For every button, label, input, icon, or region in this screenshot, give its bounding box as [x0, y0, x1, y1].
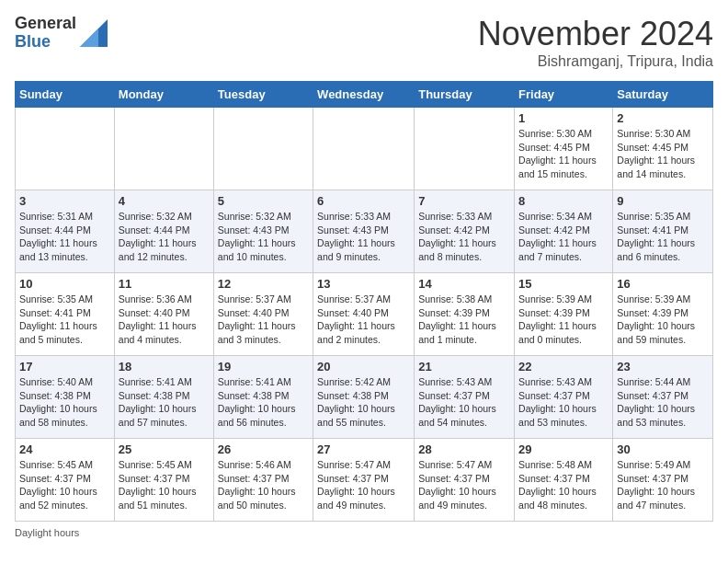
day-info: Sunrise: 5:47 AM Sunset: 4:37 PM Dayligh…: [418, 458, 510, 512]
calendar-cell: 4Sunrise: 5:32 AM Sunset: 4:44 PM Daylig…: [114, 190, 213, 273]
day-info: Sunrise: 5:35 AM Sunset: 4:41 PM Dayligh…: [617, 210, 709, 264]
day-number: 30: [617, 442, 709, 456]
header-saturday: Saturday: [613, 82, 713, 108]
calendar-cell: 29Sunrise: 5:48 AM Sunset: 4:37 PM Dayli…: [515, 439, 613, 522]
day-info: Sunrise: 5:40 AM Sunset: 4:38 PM Dayligh…: [19, 375, 110, 430]
day-info: Sunrise: 5:42 AM Sunset: 4:38 PM Dayligh…: [317, 375, 410, 430]
calendar-week-row: 1Sunrise: 5:30 AM Sunset: 4:45 PM Daylig…: [16, 108, 713, 190]
day-info: Sunrise: 5:35 AM Sunset: 4:41 PM Dayligh…: [19, 293, 110, 347]
day-number: 10: [19, 277, 110, 291]
month-title: November 2024: [478, 15, 713, 53]
calendar-cell: [415, 108, 515, 190]
day-number: 17: [19, 360, 110, 373]
header-monday: Monday: [114, 82, 213, 108]
day-info: Sunrise: 5:48 AM Sunset: 4:37 PM Dayligh…: [518, 458, 609, 512]
day-number: 6: [317, 194, 410, 208]
header-friday: Friday: [515, 82, 613, 108]
location-title: Bishramganj, Tripura, India: [478, 53, 713, 70]
calendar-cell: 23Sunrise: 5:44 AM Sunset: 4:37 PM Dayli…: [613, 356, 713, 439]
day-number: 3: [19, 194, 110, 208]
day-number: 9: [617, 194, 709, 208]
day-number: 25: [119, 442, 210, 456]
day-number: 26: [218, 442, 309, 456]
day-info: Sunrise: 5:33 AM Sunset: 4:42 PM Dayligh…: [418, 210, 510, 264]
day-info: Sunrise: 5:47 AM Sunset: 4:37 PM Dayligh…: [317, 458, 410, 512]
day-number: 4: [119, 194, 210, 208]
calendar-cell: [313, 108, 415, 190]
calendar-cell: 13Sunrise: 5:37 AM Sunset: 4:40 PM Dayli…: [313, 273, 415, 356]
calendar-cell: [213, 108, 313, 190]
day-number: 20: [317, 360, 410, 373]
day-number: 7: [418, 194, 510, 208]
calendar-cell: 7Sunrise: 5:33 AM Sunset: 4:42 PM Daylig…: [415, 190, 515, 273]
calendar-week-row: 10Sunrise: 5:35 AM Sunset: 4:41 PM Dayli…: [16, 273, 713, 356]
calendar-header-row: SundayMondayTuesdayWednesdayThursdayFrid…: [16, 82, 713, 108]
day-info: Sunrise: 5:49 AM Sunset: 4:37 PM Dayligh…: [617, 458, 709, 512]
calendar-cell: 3Sunrise: 5:31 AM Sunset: 4:44 PM Daylig…: [16, 190, 115, 273]
day-number: 23: [617, 360, 709, 373]
logo-blue: Blue: [15, 33, 76, 52]
calendar-cell: [16, 108, 115, 190]
day-info: Sunrise: 5:33 AM Sunset: 4:43 PM Dayligh…: [317, 210, 410, 264]
day-info: Sunrise: 5:36 AM Sunset: 4:40 PM Dayligh…: [119, 293, 210, 347]
logo-icon: [80, 19, 108, 47]
logo-general: General: [15, 15, 76, 33]
day-number: 22: [518, 360, 609, 373]
logo-text: General Blue: [15, 15, 76, 52]
calendar-cell: 1Sunrise: 5:30 AM Sunset: 4:45 PM Daylig…: [515, 108, 613, 190]
day-number: 28: [418, 442, 510, 456]
day-info: Sunrise: 5:30 AM Sunset: 4:45 PM Dayligh…: [617, 127, 709, 181]
day-info: Sunrise: 5:41 AM Sunset: 4:38 PM Dayligh…: [119, 375, 210, 430]
day-number: 15: [518, 277, 609, 291]
title-block: November 2024 Bishramganj, Tripura, Indi…: [478, 15, 713, 70]
footer: Daylight hours: [15, 527, 713, 538]
day-info: Sunrise: 5:43 AM Sunset: 4:37 PM Dayligh…: [518, 375, 609, 430]
day-number: 21: [418, 360, 510, 373]
logo: General Blue: [15, 15, 108, 52]
day-info: Sunrise: 5:44 AM Sunset: 4:37 PM Dayligh…: [617, 375, 709, 430]
calendar-cell: 21Sunrise: 5:43 AM Sunset: 4:37 PM Dayli…: [415, 356, 515, 439]
calendar-cell: 14Sunrise: 5:38 AM Sunset: 4:39 PM Dayli…: [415, 273, 515, 356]
calendar-cell: 28Sunrise: 5:47 AM Sunset: 4:37 PM Dayli…: [415, 439, 515, 522]
calendar-cell: [114, 108, 213, 190]
day-info: Sunrise: 5:46 AM Sunset: 4:37 PM Dayligh…: [218, 458, 309, 512]
day-info: Sunrise: 5:39 AM Sunset: 4:39 PM Dayligh…: [617, 293, 709, 347]
calendar-cell: 9Sunrise: 5:35 AM Sunset: 4:41 PM Daylig…: [613, 190, 713, 273]
header-sunday: Sunday: [16, 82, 115, 108]
day-number: 27: [317, 442, 410, 456]
calendar-cell: 12Sunrise: 5:37 AM Sunset: 4:40 PM Dayli…: [213, 273, 313, 356]
day-number: 14: [418, 277, 510, 291]
day-info: Sunrise: 5:45 AM Sunset: 4:37 PM Dayligh…: [19, 458, 110, 512]
day-info: Sunrise: 5:32 AM Sunset: 4:43 PM Dayligh…: [218, 210, 309, 264]
day-info: Sunrise: 5:38 AM Sunset: 4:39 PM Dayligh…: [418, 293, 510, 347]
day-number: 18: [119, 360, 210, 373]
calendar-cell: 2Sunrise: 5:30 AM Sunset: 4:45 PM Daylig…: [613, 108, 713, 190]
calendar-week-row: 24Sunrise: 5:45 AM Sunset: 4:37 PM Dayli…: [16, 439, 713, 522]
calendar-week-row: 3Sunrise: 5:31 AM Sunset: 4:44 PM Daylig…: [16, 190, 713, 273]
day-info: Sunrise: 5:37 AM Sunset: 4:40 PM Dayligh…: [218, 293, 309, 347]
calendar-cell: 24Sunrise: 5:45 AM Sunset: 4:37 PM Dayli…: [16, 439, 115, 522]
daylight-hours-label: Daylight hours: [15, 527, 79, 538]
day-number: 5: [218, 194, 309, 208]
day-info: Sunrise: 5:34 AM Sunset: 4:42 PM Dayligh…: [518, 210, 609, 264]
calendar-cell: 11Sunrise: 5:36 AM Sunset: 4:40 PM Dayli…: [114, 273, 213, 356]
day-number: 13: [317, 277, 410, 291]
day-number: 19: [218, 360, 309, 373]
calendar-table: SundayMondayTuesdayWednesdayThursdayFrid…: [15, 81, 713, 522]
calendar-week-row: 17Sunrise: 5:40 AM Sunset: 4:38 PM Dayli…: [16, 356, 713, 439]
day-number: 8: [518, 194, 609, 208]
calendar-cell: 6Sunrise: 5:33 AM Sunset: 4:43 PM Daylig…: [313, 190, 415, 273]
calendar-cell: 16Sunrise: 5:39 AM Sunset: 4:39 PM Dayli…: [613, 273, 713, 356]
calendar-cell: 27Sunrise: 5:47 AM Sunset: 4:37 PM Dayli…: [313, 439, 415, 522]
day-number: 12: [218, 277, 309, 291]
day-number: 11: [119, 277, 210, 291]
calendar-cell: 30Sunrise: 5:49 AM Sunset: 4:37 PM Dayli…: [613, 439, 713, 522]
day-info: Sunrise: 5:37 AM Sunset: 4:40 PM Dayligh…: [317, 293, 410, 347]
day-info: Sunrise: 5:39 AM Sunset: 4:39 PM Dayligh…: [518, 293, 609, 347]
day-info: Sunrise: 5:32 AM Sunset: 4:44 PM Dayligh…: [119, 210, 210, 264]
day-number: 2: [617, 111, 709, 125]
svg-marker-1: [80, 29, 98, 47]
calendar-cell: 18Sunrise: 5:41 AM Sunset: 4:38 PM Dayli…: [114, 356, 213, 439]
calendar-cell: 5Sunrise: 5:32 AM Sunset: 4:43 PM Daylig…: [213, 190, 313, 273]
calendar-cell: 22Sunrise: 5:43 AM Sunset: 4:37 PM Dayli…: [515, 356, 613, 439]
